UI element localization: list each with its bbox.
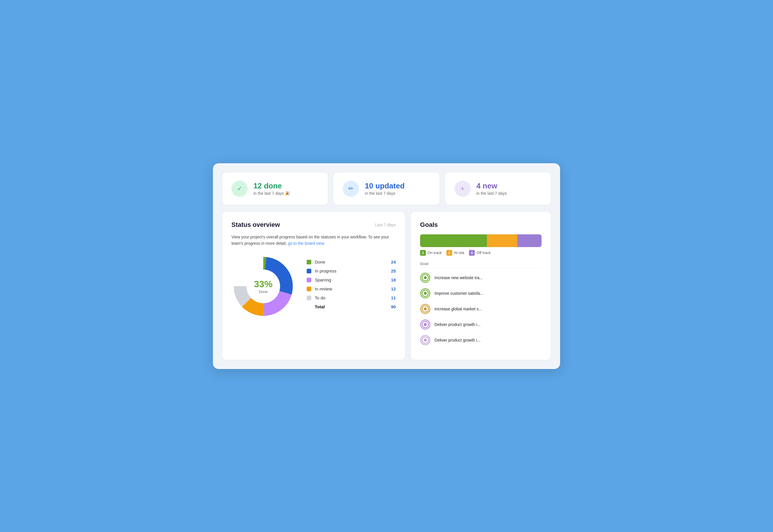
done-label: in the last 7 days 🎉 <box>254 191 290 196</box>
legend-inprogress-name: In progress <box>315 268 391 273</box>
legend-inprogress-value: 25 <box>391 268 396 273</box>
svg-point-14 <box>424 307 427 310</box>
legend-inprogress-color <box>307 269 311 273</box>
goals-legend-offtrack: 5 Off track <box>469 250 491 256</box>
legend-inreview-name: In review <box>315 286 391 291</box>
goals-title: Goals <box>420 221 541 229</box>
goals-bar-offtrack <box>517 234 541 247</box>
status-panel: Status overview Last 7 days View your pr… <box>222 212 405 360</box>
svg-point-11 <box>424 292 427 295</box>
goal-row-2: Improve customer satisfa... <box>420 288 541 299</box>
atrisk-label: At risk <box>454 251 464 255</box>
offtrack-badge: 5 <box>469 250 475 256</box>
goals-legend-ontrack: 2 On track <box>420 250 442 256</box>
status-description: View your project's overall progress bas… <box>232 234 396 247</box>
stat-card-new: + 4 new in the last 7 days <box>445 173 551 205</box>
goal-row-3: Increase global market s... <box>420 304 541 314</box>
chart-area: 33% Done Done 24 In progress 25 <box>232 255 396 318</box>
legend-total-name: Total <box>315 304 391 309</box>
svg-point-20 <box>424 339 427 342</box>
legend-sparring-name: Sparring <box>315 277 391 282</box>
board-view-link[interactable]: go to the board view <box>288 241 324 246</box>
legend-sparring-value: 18 <box>391 277 396 282</box>
goal-name-5: Deliver product growth i... <box>434 338 480 342</box>
legend-total-value: 90 <box>391 304 396 309</box>
legend-inreview: In review 12 <box>307 286 396 291</box>
new-label: in the last 7 days <box>476 191 507 196</box>
legend-inreview-color <box>307 287 311 291</box>
legend-todo-name: To do <box>315 295 391 300</box>
legend-total-spacer <box>307 305 311 309</box>
offtrack-label: Off track <box>476 251 491 255</box>
new-icon: + <box>454 181 471 197</box>
legend-sparring: Sparring 18 <box>307 277 396 282</box>
status-time-label: Last 7 days <box>375 223 396 227</box>
goals-panel: Goals 2 On track 2 At risk <box>411 212 551 360</box>
legend-inreview-value: 12 <box>391 286 396 291</box>
legend-todo-value: 11 <box>391 295 396 300</box>
goal-row-4: Deliver product growth i... <box>420 319 541 330</box>
legend-todo: To do 11 <box>307 295 396 300</box>
ontrack-label: On track <box>428 251 442 255</box>
svg-point-17 <box>424 323 427 326</box>
legend-done-value: 24 <box>391 259 396 264</box>
donut-percent: 33% <box>254 279 273 290</box>
goal-icon-1 <box>420 273 430 283</box>
goal-name-4: Deliver product growth i... <box>434 322 480 327</box>
goal-icon-2 <box>420 288 430 299</box>
legend-total: Total 90 <box>307 304 396 309</box>
stat-card-done: ✓ 12 done in the last 7 days 🎉 <box>222 173 328 205</box>
main-container: ✓ 12 done in the last 7 days 🎉 ✏ 10 upda… <box>213 163 560 369</box>
goal-icon-4 <box>420 319 430 330</box>
legend-done-color <box>307 260 311 264</box>
done-content: 12 done in the last 7 days 🎉 <box>254 181 290 196</box>
status-panel-title: Status overview <box>232 221 280 229</box>
legend-done-name: Done <box>315 259 391 264</box>
donut-chart: 33% Done <box>232 255 295 318</box>
goal-icon-3 <box>420 304 430 314</box>
status-legend: Done 24 In progress 25 Sparring 18 <box>307 259 396 313</box>
updated-label: in the last 7 days <box>365 191 404 196</box>
legend-done: Done 24 <box>307 259 396 264</box>
done-icon: ✓ <box>232 181 248 197</box>
goal-name-2: Improve customer satisfa... <box>434 291 483 296</box>
goals-bar-ontrack <box>420 234 487 247</box>
goals-bar <box>420 234 541 247</box>
status-panel-header: Status overview Last 7 days <box>232 221 396 229</box>
goals-legend: 2 On track 2 At risk 5 Off track <box>420 250 541 256</box>
svg-point-8 <box>424 276 427 279</box>
donut-done-label: Done <box>254 290 273 294</box>
ontrack-badge: 2 <box>420 250 426 256</box>
done-number: 12 done <box>254 181 290 190</box>
updated-content: 10 updated in the last 7 days <box>365 181 404 196</box>
legend-todo-color <box>307 296 311 300</box>
goals-bar-atrisk <box>487 234 517 247</box>
donut-center: 33% Done <box>254 279 273 294</box>
bottom-row: Status overview Last 7 days View your pr… <box>222 212 551 360</box>
legend-inprogress: In progress 25 <box>307 268 396 273</box>
new-content: 4 new in the last 7 days <box>476 181 507 196</box>
goals-column-header: Goal <box>420 262 541 268</box>
new-number: 4 new <box>476 181 507 190</box>
updated-number: 10 updated <box>365 181 404 190</box>
goal-row-5: Deliver product growth i... <box>420 335 541 345</box>
legend-sparring-color <box>307 278 311 282</box>
goal-name-3: Increase global market s... <box>434 307 482 311</box>
atrisk-badge: 2 <box>446 250 452 256</box>
goal-row-1: Increase new website tra... <box>420 273 541 283</box>
goal-icon-5 <box>420 335 430 345</box>
goals-legend-atrisk: 2 At risk <box>446 250 464 256</box>
goal-name-1: Increase new website tra... <box>434 275 483 280</box>
updated-icon: ✏ <box>343 181 359 197</box>
stat-card-updated: ✏ 10 updated in the last 7 days <box>334 173 439 205</box>
stats-row: ✓ 12 done in the last 7 days 🎉 ✏ 10 upda… <box>222 173 551 205</box>
